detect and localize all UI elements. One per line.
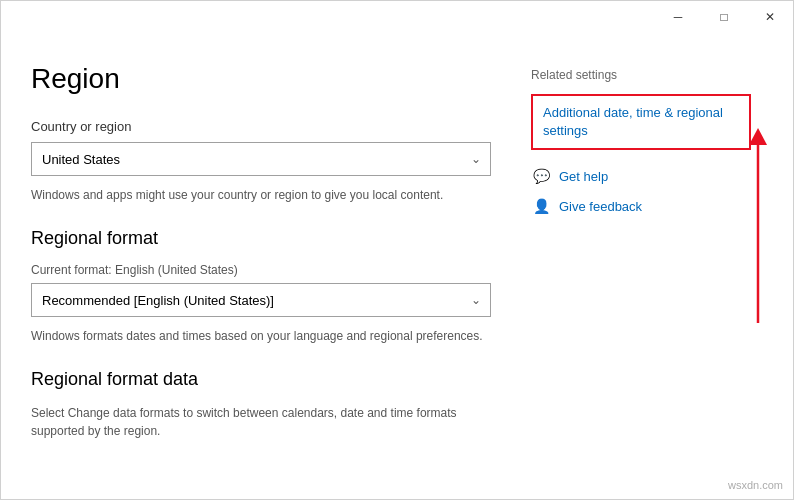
country-dropdown[interactable]: United States (31, 142, 491, 176)
regional-format-heading: Regional format (31, 228, 491, 249)
regional-format-data-heading: Regional format data (31, 369, 491, 390)
maximize-button[interactable]: □ (701, 1, 747, 33)
content-area: Region Country or region United States ⌄… (1, 33, 793, 499)
country-dropdown-wrapper: United States ⌄ (31, 142, 491, 176)
format-dropdown-wrapper: Recommended [English (United States)] ⌄ (31, 283, 491, 317)
regional-format-data-hint: Select Change data formats to switch bet… (31, 404, 491, 440)
related-link-box[interactable]: Additional date, time & regional setting… (531, 94, 751, 150)
related-settings-label: Related settings (531, 68, 751, 82)
give-feedback-item[interactable]: 👤 Give feedback (531, 196, 751, 216)
regional-format-section: Regional format Current format: English … (31, 228, 491, 345)
page-title: Region (31, 63, 491, 95)
get-help-icon: 💬 (531, 166, 551, 186)
title-bar-controls: ─ □ ✕ (655, 1, 793, 33)
left-panel: Region Country or region United States ⌄… (31, 63, 491, 479)
give-feedback-icon: 👤 (531, 196, 551, 216)
format-label: Current format: English (United States) (31, 263, 491, 277)
country-section: Country or region United States ⌄ Window… (31, 119, 491, 204)
watermark: wsxdn.com (728, 479, 783, 491)
minimize-button[interactable]: ─ (655, 1, 701, 33)
format-hint: Windows formats dates and times based on… (31, 327, 491, 345)
country-hint: Windows and apps might use your country … (31, 186, 491, 204)
format-dropdown[interactable]: Recommended [English (United States)] (31, 283, 491, 317)
settings-window: ─ □ ✕ Region Country or region United St… (0, 0, 794, 500)
svg-marker-1 (749, 128, 767, 145)
country-label: Country or region (31, 119, 491, 134)
title-bar: ─ □ ✕ (1, 1, 793, 33)
close-button[interactable]: ✕ (747, 1, 793, 33)
get-help-item[interactable]: 💬 Get help (531, 166, 751, 186)
regional-format-data-section: Regional format data Select Change data … (31, 369, 491, 440)
give-feedback-link[interactable]: Give feedback (559, 199, 642, 214)
additional-settings-link[interactable]: Additional date, time & regional setting… (543, 104, 739, 140)
get-help-link[interactable]: Get help (559, 169, 608, 184)
red-arrow-annotation (743, 123, 773, 333)
right-panel: Related settings Additional date, time &… (531, 63, 751, 479)
